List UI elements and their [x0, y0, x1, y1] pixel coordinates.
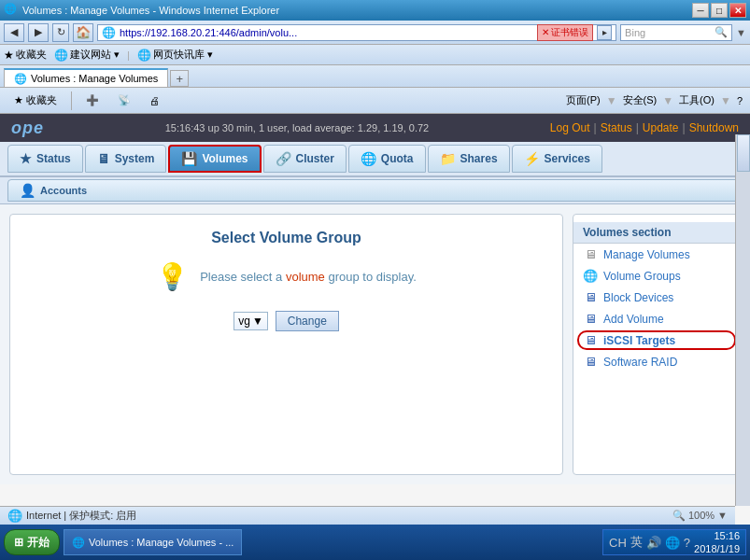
search-dropdown[interactable]: ▼	[736, 27, 746, 38]
favorites-toolbar-label: 收藏夹	[26, 93, 57, 107]
scrollbar-thumb[interactable]	[737, 134, 750, 172]
help-menu[interactable]: ?	[737, 95, 743, 106]
page-menu[interactable]: 页面(P)	[566, 93, 601, 107]
cluster-tab-icon: 🔗	[276, 151, 291, 166]
cert-error[interactable]: ✕ 证书错误	[537, 24, 593, 41]
safety-menu[interactable]: 安全(S)	[623, 93, 658, 107]
favorites-bar: ★ 收藏夹 🌐 建议网站 ▾ | 🌐 网页快讯库 ▾	[0, 45, 750, 65]
vg-dropdown-icon: ▼	[252, 315, 263, 328]
zone-icon: 🌐	[7, 509, 22, 523]
tab-services[interactable]: ⚡ Services	[512, 145, 602, 173]
sidebar-title: Volumes section	[573, 222, 740, 244]
browser-tab-main[interactable]: 🌐 Volumes : Manage Volumes	[4, 68, 168, 87]
status-bar: 🌐 Internet | 保护模式: 启用 🔍 100% ▼	[0, 506, 735, 525]
feeds-icon: 🌐	[137, 49, 151, 62]
app-logo: ope	[11, 119, 44, 138]
tab-quota[interactable]: 🌐 Quota	[348, 145, 426, 173]
sidebar-add-volume[interactable]: 🖥 Add Volume	[573, 308, 740, 329]
tab-cluster[interactable]: 🔗 Cluster	[263, 145, 347, 173]
windows-logo: ⊞	[14, 536, 23, 549]
favorites-toolbar-btn[interactable]: ★ 收藏夹	[7, 91, 64, 110]
tray-volume[interactable]: 🔊	[646, 536, 661, 550]
quota-tab-label: Quota	[381, 152, 414, 165]
tab-bar: 🌐 Volumes : Manage Volumes +	[0, 65, 750, 88]
sidebar-volume-groups[interactable]: 🌐 Volume Groups	[573, 265, 740, 287]
scrollbar-track[interactable]	[735, 134, 750, 506]
print-btn[interactable]: 🖨	[143, 92, 166, 109]
sep2: |	[636, 121, 639, 134]
logout-link[interactable]: Log Out	[550, 121, 590, 134]
minimize-button[interactable]: ─	[692, 3, 709, 18]
tab-volumes[interactable]: 💾 Volumes	[168, 145, 261, 173]
tray-ch[interactable]: CH	[609, 536, 627, 550]
browser-icon: 🌐	[4, 3, 19, 18]
info-text: Please select a volume group to display.	[200, 270, 417, 284]
back-button[interactable]: ◀	[4, 23, 24, 42]
header-links: Log Out | Status | Update | Shutdown	[550, 121, 739, 134]
page-wrapper: 🌐 Volumes : Manage Volumes - Windows Int…	[0, 0, 750, 560]
ie-window: 🌐 Volumes : Manage Volumes - Windows Int…	[0, 0, 750, 525]
tray-help[interactable]: ?	[684, 536, 690, 550]
tab-shares[interactable]: 📁 Shares	[428, 145, 510, 173]
refresh-button[interactable]: ↻	[52, 23, 69, 42]
tab-accounts[interactable]: 👤 Accounts	[7, 179, 743, 202]
manage-vol-icon: 🖥	[583, 247, 598, 261]
iscsi-label: iSCSI Targets	[603, 334, 675, 347]
add-favorites-btn[interactable]: ➕	[79, 91, 106, 109]
address-go-btn[interactable]: ▸	[597, 25, 612, 40]
new-tab-button[interactable]: +	[170, 70, 189, 87]
tools-menu[interactable]: 工具(O)	[679, 93, 715, 107]
volume-highlight: volume	[286, 270, 325, 284]
app-header: ope 15:16:43 up 30 min, 1 user, load ave…	[0, 114, 750, 142]
status-left: 🌐 Internet | 保护模式: 启用	[7, 509, 136, 523]
close-button[interactable]: ✕	[729, 3, 746, 18]
tools-sep: ▼	[720, 94, 731, 107]
date-display: 2018/1/19	[694, 542, 740, 555]
sep1: |	[594, 121, 597, 134]
app-window: ope 15:16:43 up 30 min, 1 user, load ave…	[0, 114, 750, 525]
soft-raid-icon: 🖥	[583, 355, 598, 369]
sidebar-software-raid[interactable]: 🖥 Software RAID	[573, 351, 740, 372]
sidebar-block-devices[interactable]: 🖥 Block Devices	[573, 287, 740, 308]
vol-groups-icon: 🌐	[583, 269, 598, 283]
window-controls: ─ □ ✕	[692, 3, 746, 18]
sidebar-manage-volumes[interactable]: 🖥 Manage Volumes	[573, 244, 740, 265]
tray-network[interactable]: 🌐	[665, 536, 680, 550]
status-tab-icon: ★	[20, 151, 32, 166]
system-tab-label: System	[115, 152, 155, 165]
ie-taskbar-btn[interactable]: 🌐 Volumes : Manage Volumes - ...	[64, 529, 242, 555]
suggest-icon: 🌐	[54, 49, 68, 62]
vol-groups-label: Volume Groups	[603, 270, 681, 283]
suggested-sites[interactable]: 🌐 建议网站 ▾	[54, 48, 120, 62]
forward-button[interactable]: ▶	[28, 23, 49, 42]
home-button[interactable]: 🏠	[73, 23, 93, 42]
tray-lang[interactable]: 英	[630, 534, 643, 551]
system-tab-icon: 🖥	[97, 151, 110, 166]
manage-vol-label: Manage Volumes	[603, 248, 690, 261]
status-link[interactable]: Status	[601, 121, 632, 134]
start-label: 开始	[27, 535, 50, 551]
tray-time: 15:16 2018/1/19	[694, 529, 740, 556]
web-feeds[interactable]: 🌐 网页快讯库 ▾	[137, 48, 213, 62]
address-input[interactable]: 🌐 https://192.168.20.21:446/admin/volu..…	[97, 24, 616, 41]
soft-raid-label: Software RAID	[603, 356, 677, 369]
system-tray: CH 英 🔊 🌐 ? 15:16 2018/1/19	[602, 529, 746, 555]
tab-system[interactable]: 🖥 System	[85, 145, 167, 173]
sidebar-iscsi-targets[interactable]: 🖥 iSCSI Targets	[573, 329, 740, 351]
vg-select[interactable]: vg ▼	[233, 312, 268, 330]
search-box[interactable]: Bing 🔍	[620, 24, 732, 41]
maximize-button[interactable]: □	[711, 3, 728, 18]
volumes-tab-label: Volumes	[202, 152, 248, 165]
address-buttons: ▸	[597, 25, 612, 40]
address-bar: ◀ ▶ ↻ 🏠 🌐 https://192.168.20.21:446/admi…	[0, 21, 750, 45]
quota-tab-icon: 🌐	[361, 151, 376, 166]
shutdown-link[interactable]: Shutdown	[689, 121, 739, 134]
status-right: 🔍 100% ▼	[672, 510, 728, 522]
update-link[interactable]: Update	[643, 121, 679, 134]
favorites-button[interactable]: ★ 收藏夹	[4, 48, 47, 62]
change-button[interactable]: Change	[276, 311, 339, 331]
rss-btn[interactable]: 📡	[111, 91, 137, 109]
vg-select-row: vg ▼ Change	[25, 311, 547, 331]
tab-status[interactable]: ★ Status	[7, 145, 83, 173]
start-button[interactable]: ⊞ 开始	[4, 529, 60, 555]
